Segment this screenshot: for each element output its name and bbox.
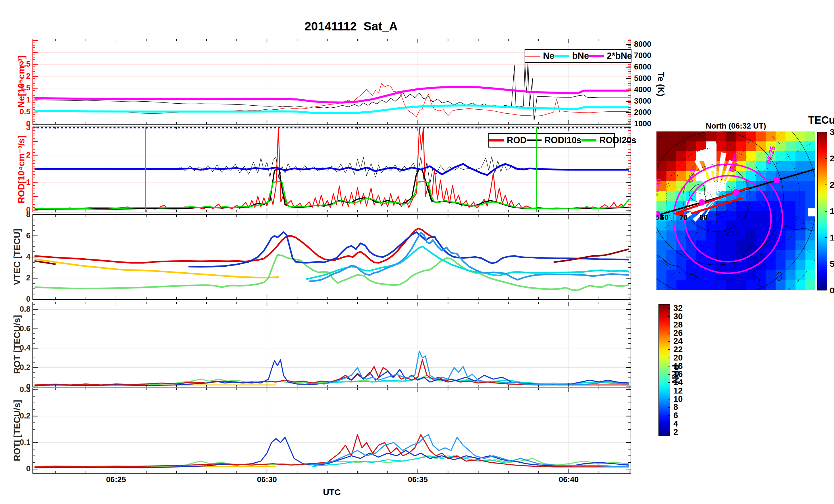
legend-item-bne: bNe bbox=[554, 51, 589, 61]
tec-bar-tick-label: 25 bbox=[830, 154, 834, 163]
tec-cell bbox=[726, 250, 736, 260]
prn-bar-tick-label: 6 bbox=[674, 411, 694, 420]
y-tick-label-rot: 0.4 bbox=[5, 344, 30, 352]
tec-cell bbox=[776, 211, 786, 221]
series-roti-navy bbox=[35, 437, 629, 468]
tec-cell bbox=[795, 161, 806, 171]
tec-cell bbox=[786, 230, 795, 240]
tec-cell bbox=[756, 280, 766, 290]
tec-cell bbox=[686, 270, 696, 280]
tec-cell bbox=[786, 181, 795, 191]
series-RODI10s bbox=[35, 169, 629, 209]
tec-cell bbox=[756, 211, 766, 221]
tec-cell bbox=[805, 250, 815, 260]
x-tick-label: 06:25 bbox=[99, 475, 133, 484]
tec-cell bbox=[795, 221, 806, 231]
tec-cell bbox=[795, 230, 806, 240]
tec-cell bbox=[805, 230, 815, 240]
tec-cell bbox=[686, 221, 696, 231]
tec-colorbar bbox=[817, 132, 827, 291]
y-tick-label-ne: 2.5 bbox=[5, 60, 30, 69]
tec-bar-tick-label: 30 bbox=[830, 128, 834, 136]
te-tick-label: 4000 bbox=[634, 85, 666, 94]
tec-cell bbox=[666, 171, 677, 181]
y-tick-label-rot: 0.6 bbox=[5, 324, 30, 333]
tec-cell bbox=[736, 280, 746, 290]
tec-cell bbox=[805, 270, 815, 280]
tec-cell bbox=[766, 132, 776, 141]
tec-cell bbox=[736, 211, 746, 221]
tec-cell bbox=[676, 280, 686, 290]
tec-cell bbox=[795, 211, 806, 221]
legend-line-rod bbox=[489, 139, 504, 141]
tec-cell bbox=[656, 260, 666, 270]
legend-item-rodi10s: RODI10s bbox=[527, 135, 581, 145]
latitude-label: 60 bbox=[660, 213, 668, 221]
tec-cell bbox=[805, 280, 815, 290]
legend-line-bne bbox=[554, 55, 569, 58]
prn-bar-tick-label: 14 bbox=[674, 378, 694, 387]
y-tick-label-rod: 2 bbox=[5, 151, 30, 160]
legend-label-rodi20s: RODI20s bbox=[599, 135, 636, 145]
y-tick-label-vtec: 4 bbox=[5, 253, 30, 261]
tec-cell bbox=[746, 230, 756, 240]
legend-item-2bne: 2*bNe bbox=[589, 51, 632, 61]
tec-cell bbox=[726, 240, 736, 251]
y-tick-label-rod: 3 bbox=[5, 123, 30, 132]
prn-bar-tick-label: 28 bbox=[674, 320, 694, 329]
panel-plot-roti bbox=[33, 388, 631, 473]
te-tick-label: 8000 bbox=[634, 40, 666, 49]
tec-cell bbox=[805, 181, 815, 191]
tec-cell bbox=[805, 191, 815, 201]
prn-bar-tick-label: 32 bbox=[674, 304, 694, 313]
legend-line-ne bbox=[525, 56, 540, 56]
tec-cell bbox=[716, 221, 726, 231]
tec-cell bbox=[756, 201, 766, 211]
y-tick-label-rot: 0.8 bbox=[5, 305, 30, 314]
tec-cell bbox=[776, 280, 786, 290]
te-tick-label: 2000 bbox=[634, 108, 666, 117]
tec-cell bbox=[706, 240, 716, 251]
te-tick-label: 1000 bbox=[634, 119, 666, 128]
track-time-dot bbox=[733, 189, 739, 196]
legend-line-2bne bbox=[589, 55, 604, 58]
ylabel-rod: ROD[10⁴cm⁻³/s] bbox=[16, 136, 27, 204]
figure-root: 20141112 Sat_A Ne[10⁵cm⁻³] ROD[10⁴cm⁻³/s… bbox=[0, 0, 834, 504]
tec-cell bbox=[795, 191, 806, 201]
legend-ne: Ne bNe 2*bNe bbox=[525, 49, 632, 63]
tec-cell bbox=[776, 132, 786, 141]
prn-colorbar bbox=[658, 304, 670, 436]
legend-item-ne: Ne bbox=[525, 51, 554, 61]
tec-cell bbox=[716, 230, 726, 240]
tec-cell bbox=[795, 280, 806, 290]
y-tick-label-ne: 1 bbox=[5, 96, 30, 105]
x-tick-label: 06:40 bbox=[552, 475, 586, 484]
y-tick-label-vtec: 6 bbox=[5, 231, 30, 240]
tec-cell bbox=[736, 132, 746, 141]
te-tick-label: 5000 bbox=[634, 74, 666, 83]
tec-cell bbox=[766, 270, 776, 280]
tec-cell bbox=[746, 211, 756, 221]
prn-bar-tick-label: 18 bbox=[674, 362, 694, 370]
tec-cell bbox=[776, 141, 786, 152]
prn-bar-tick-label: 20 bbox=[674, 353, 694, 362]
tec-cell bbox=[736, 221, 746, 231]
legend-line-rodi10s bbox=[527, 139, 542, 141]
tec-cell bbox=[726, 141, 736, 152]
tec-cell bbox=[786, 161, 795, 171]
track-time-dot bbox=[699, 199, 705, 206]
tec-cell bbox=[666, 141, 677, 152]
tec-cell bbox=[656, 230, 666, 240]
tec-cell bbox=[706, 221, 716, 231]
tec-cell bbox=[726, 230, 736, 240]
tec-cell bbox=[666, 250, 677, 260]
tec-cell bbox=[686, 280, 696, 290]
tec-cell bbox=[786, 132, 795, 141]
tec-cell bbox=[756, 132, 766, 141]
prn-bar-tick-label: 8 bbox=[674, 403, 694, 412]
tec-cell bbox=[766, 260, 776, 270]
tec-cell bbox=[736, 201, 746, 211]
tec-cell bbox=[656, 250, 666, 260]
no-data-patch bbox=[808, 208, 815, 216]
tec-cell bbox=[805, 221, 815, 231]
